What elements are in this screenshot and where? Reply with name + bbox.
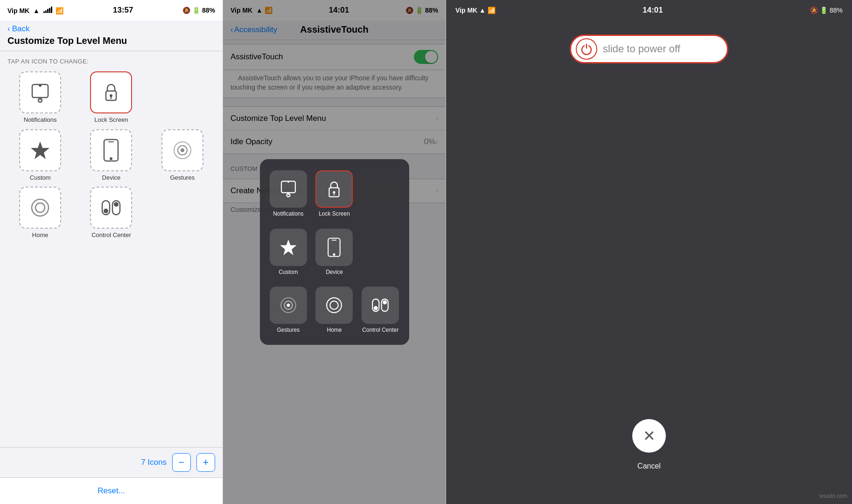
svg-point-1: [39, 84, 42, 87]
popup-icon-box-notifications[interactable]: [270, 170, 307, 208]
svg-point-14: [32, 199, 49, 216]
svg-point-21: [287, 182, 289, 183]
popup-icon-box-custom[interactable]: [270, 229, 307, 266]
popup-cell-device[interactable]: Device: [313, 225, 356, 279]
icon-label-device: Device: [102, 174, 121, 182]
popup-cell-controlcenter[interactable]: Control Center: [359, 283, 402, 337]
svg-point-37: [374, 306, 378, 310]
icon-cell-home[interactable]: Home: [7, 187, 73, 239]
svg-point-19: [114, 202, 119, 207]
section-header-panel1: TAP AN ICON TO CHANGE:: [0, 51, 223, 68]
right-status-panel1: 🔕 🔋 88%: [182, 7, 215, 14]
page-title-panel1: Customize Top Level Menu: [7, 35, 215, 46]
popup-cell-custom[interactable]: Custom: [267, 225, 310, 279]
svg-point-17: [104, 209, 108, 213]
watermark: wsxdn.com: [819, 493, 847, 499]
icon-cell-gestures[interactable]: Gestures: [150, 129, 215, 182]
chevron-left-icon: ‹: [7, 24, 10, 34]
popup-icon-box-gestures[interactable]: [270, 287, 307, 324]
icon-label-custom: Custom: [30, 174, 51, 182]
popup-label-custom: Custom: [279, 269, 298, 275]
popup-label-home: Home: [327, 327, 342, 333]
popup-label-lockscreen: Lock Screen: [319, 210, 350, 217]
svg-marker-27: [280, 239, 296, 255]
custom-icon: [28, 139, 52, 162]
lock-screen-icon: [99, 81, 123, 104]
icon-grid-panel1: Notifications Lock Screen: [0, 68, 223, 243]
icon-cell-lockscreen[interactable]: Lock Screen: [78, 71, 144, 124]
panel-customize-menu: Vip MK ▲ 📶 13:57 🔕 🔋 88% ‹ Back Customiz…: [0, 0, 223, 504]
icon-label-controlcenter: Control Center: [91, 231, 131, 239]
svg-point-33: [286, 304, 290, 307]
popup-controlcenter-icon: [370, 295, 391, 315]
reset-row: Reset...: [0, 477, 223, 504]
power-icon: [580, 42, 593, 56]
svg-point-9: [110, 157, 112, 160]
status-bar-panel1: Vip MK ▲ 📶 13:57 🔕 🔋 88%: [0, 0, 223, 21]
cancel-button[interactable]: ✕: [632, 419, 666, 453]
reset-button[interactable]: Reset...: [98, 486, 125, 495]
svg-point-34: [327, 298, 342, 313]
svg-point-5: [110, 94, 112, 97]
popup-cell-empty2: [359, 225, 402, 279]
panel-assistivetouch: Vip MK ▲ 📶 14:01 🔕 🔋 88% ‹ Accessibility…: [223, 0, 446, 504]
back-button-panel1[interactable]: ‹ Back: [7, 24, 215, 34]
carrier-panel1: Vip MK ▲ 📶: [7, 7, 63, 14]
popup-cell-gestures[interactable]: Gestures: [267, 283, 310, 337]
control-center-icon: [99, 196, 123, 219]
carrier-panel3: Vip MK ▲ 📶: [455, 7, 496, 14]
svg-point-25: [333, 191, 335, 194]
slide-to-power-off-text[interactable]: slide to power off: [603, 43, 680, 55]
cancel-label: Cancel: [637, 462, 661, 470]
popup-icon-box-controlcenter[interactable]: [362, 287, 399, 324]
icon-box-home[interactable]: [19, 187, 61, 229]
notifications-icon: [28, 81, 52, 104]
icon-box-custom[interactable]: [19, 129, 61, 171]
svg-point-39: [383, 301, 387, 305]
home-icon: [28, 196, 52, 219]
popup-icon-box-device[interactable]: [315, 229, 353, 266]
icon-label-gestures: Gestures: [170, 174, 195, 182]
icon-cell-controlcenter[interactable]: Control Center: [78, 187, 144, 239]
decrease-button[interactable]: −: [172, 453, 191, 472]
icon-box-controlcenter[interactable]: [90, 187, 132, 229]
increase-button[interactable]: +: [196, 453, 215, 472]
popup-cell-notifications[interactable]: Notifications: [267, 167, 310, 221]
device-icon: [102, 139, 120, 162]
popup-icon-box-home[interactable]: [315, 287, 353, 324]
popup-label-controlcenter: Control Center: [362, 327, 398, 333]
popup-cell-empty1: [359, 167, 402, 221]
icon-label-notifications: Notifications: [24, 116, 57, 124]
power-slider[interactable]: slide to power off: [570, 35, 728, 63]
time-panel1: 13:57: [113, 6, 133, 15]
icon-box-lockscreen[interactable]: [90, 71, 132, 113]
icon-cell-empty: [150, 71, 215, 124]
power-icon-circle: [576, 38, 597, 60]
popup-device-icon: [326, 237, 342, 258]
icon-label-lockscreen: Lock Screen: [94, 116, 128, 124]
status-bar-panel3: Vip MK ▲ 📶 14:01 🔕 🔋 88%: [446, 0, 852, 21]
popup-label-device: Device: [326, 269, 343, 275]
icon-box-notifications[interactable]: [19, 71, 61, 113]
popup-gestures-icon: [278, 295, 299, 315]
cancel-x-icon: ✕: [643, 427, 656, 445]
icon-label-home: Home: [32, 231, 49, 239]
icon-cell-custom[interactable]: Custom: [7, 129, 73, 182]
svg-marker-7: [31, 141, 49, 159]
svg-point-15: [35, 203, 45, 212]
icon-box-device[interactable]: [90, 129, 132, 171]
svg-point-13: [181, 148, 184, 152]
right-status-panel3: 🔕 🔋 88%: [810, 7, 843, 14]
popup-icon-box-lockscreen[interactable]: [315, 170, 353, 208]
icon-cell-notifications[interactable]: Notifications: [7, 71, 73, 124]
icon-cell-device[interactable]: Device: [78, 129, 144, 182]
popup-cell-lockscreen[interactable]: Lock Screen: [313, 167, 356, 221]
popup-cell-home[interactable]: Home: [313, 283, 356, 337]
time-panel3: 14:01: [642, 6, 663, 15]
popup-overlay[interactable]: Notifications Lock Screen: [223, 0, 446, 504]
svg-rect-20: [281, 182, 295, 193]
panel-power-off: Vip MK ▲ 📶 14:01 🔕 🔋 88% slide to power …: [446, 0, 852, 504]
nav-bar-panel1: ‹ Back Customize Top Level Menu: [0, 21, 223, 51]
popup-custom-icon: [278, 237, 299, 258]
icon-box-gestures[interactable]: [161, 129, 203, 171]
